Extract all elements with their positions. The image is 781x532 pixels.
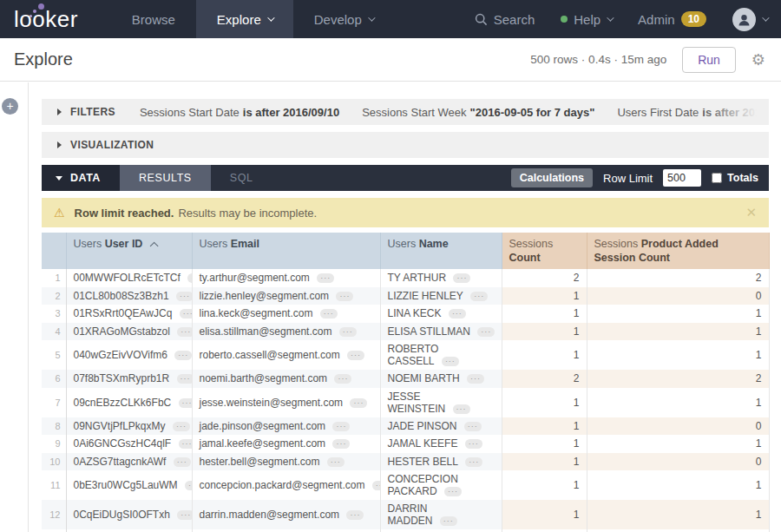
cell-email[interactable]: roberto.cassell@segment.com ··· [192,340,380,370]
filter-item[interactable]: Sessions Start Week"2016-09-05 for 7 day… [362,106,594,119]
cell-menu-icon[interactable]: ··· [332,439,350,449]
cell-menu-icon[interactable]: ··· [179,439,192,449]
cell-menu-icon[interactable]: ··· [332,422,350,431]
cell-product-added-session-count[interactable]: 0 [587,287,769,305]
cell-name[interactable]: DARRIN MADDEN ··· [380,500,502,529]
cell-menu-icon[interactable]: ··· [453,273,470,283]
cell-sessions-count[interactable]: 1 [502,470,587,500]
cell-user-id[interactable]: 01XRAGoMGstabzol ··· [66,323,192,341]
cell-sessions-count[interactable]: 2 [502,370,587,388]
cell-menu-icon[interactable]: ··· [442,357,459,366]
cell-menu-icon[interactable]: ··· [174,457,191,467]
run-button[interactable]: Run [682,47,736,73]
cell-menu-icon[interactable]: ··· [339,327,357,337]
cell-email[interactable]: jesse.weinstein@segment.com ··· [192,388,380,417]
cell-user-id[interactable]: 00MWWFOLRcETcTCf ··· [66,269,192,287]
cell-menu-icon[interactable]: ··· [453,404,470,414]
cell-name[interactable]: JESSE WEINSTEIN ··· [380,388,502,417]
totals-checkbox[interactable] [712,173,722,183]
cell-menu-icon[interactable]: ··· [180,309,192,319]
cell-menu-icon[interactable]: ··· [477,327,495,337]
cell-user-id[interactable]: 09cnEBzzCLKk6FbC ··· [66,388,192,417]
column-header-sessions-count[interactable]: Sessions Count [502,233,587,269]
cell-user-id[interactable]: 0Ai6GNCGszHC4qlF ··· [66,435,192,453]
cell-email[interactable]: lina.keck@segment.com ··· [192,305,380,323]
cell-user-id[interactable]: 0bE3ru0WCg5LauWM ··· [66,470,192,500]
cell-product-added-session-count[interactable]: 2 [587,269,769,287]
cell-sessions-count[interactable]: 1 [502,388,587,417]
cell-product-added-session-count[interactable]: 1 [587,388,769,417]
cell-menu-icon[interactable]: ··· [449,309,466,319]
filters-bar[interactable]: FILTERS Sessions Start Dateis after 2016… [42,99,769,125]
tab-results[interactable]: RESULTS [120,165,211,191]
cell-menu-icon[interactable]: ··· [346,510,364,520]
cell-menu-icon[interactable]: ··· [467,374,484,384]
cell-product-added-session-count[interactable]: 0 [587,453,769,471]
cell-menu-icon[interactable]: ··· [177,327,192,337]
cell-sessions-count[interactable]: 1 [502,435,587,453]
cell-menu-icon[interactable]: ··· [347,351,364,360]
nav-admin[interactable]: Admin 10 [638,11,706,27]
cell-menu-icon[interactable]: ··· [464,422,482,431]
cell-user-id[interactable]: 0AZSG7ttagcnkAWf ··· [66,453,192,471]
cell-menu-icon[interactable]: ··· [177,510,192,520]
nav-help[interactable]: Help [561,12,612,27]
looker-logo-icon[interactable]: looker [0,0,111,38]
cell-email[interactable]: ty.arthur@segment.com ··· [192,269,380,287]
cell-name[interactable]: LIZZIE HENLEY ··· [380,287,502,305]
cell-user-id[interactable]: 0CqEiDUgSI0OFTxh ··· [66,500,192,529]
close-icon[interactable]: ✕ [745,205,769,220]
cell-user-id[interactable]: 09NGVtjPfLPkqxMy ··· [66,417,192,436]
calculations-button[interactable]: Calculations [511,168,593,187]
cell-menu-icon[interactable]: ··· [176,292,192,301]
cell-menu-icon[interactable]: ··· [465,457,482,467]
nav-item-explore[interactable]: Explore [196,0,293,38]
column-header-email[interactable]: Users Email [192,233,380,269]
cell-menu-icon[interactable]: ··· [372,481,380,490]
cell-email[interactable]: noemi.barth@segment.com ··· [192,370,380,388]
cell-sessions-count[interactable]: 1 [502,305,587,323]
cell-product-added-session-count[interactable]: 0 [587,417,769,436]
cell-name[interactable]: JADE PINSON ··· [380,417,502,436]
cell-menu-icon[interactable]: ··· [327,457,345,467]
tab-sql[interactable]: SQL [211,165,272,191]
cell-sessions-count[interactable]: 1 [502,417,587,436]
cell-user-id[interactable]: 01CL80b08Sz3Bzh1 ··· [66,287,192,305]
cell-name[interactable]: CONCEPCION PACKARD ··· [380,470,502,500]
cell-product-added-session-count[interactable]: 1 [587,435,769,453]
cell-email[interactable]: concepcion.packard@segment.com ··· [192,470,380,500]
cell-product-added-session-count[interactable]: 1 [587,470,769,500]
cell-menu-icon[interactable]: ··· [444,487,462,496]
cell-user-id[interactable]: 07f8bTSXmRyprb1R ··· [66,370,192,388]
cell-name[interactable]: NOEMI BARTH ··· [380,370,502,388]
cell-menu-icon[interactable]: ··· [317,273,334,283]
row-limit-input[interactable] [663,169,701,187]
cell-sessions-count[interactable]: 1 [502,323,587,341]
nav-search[interactable]: Search [475,12,535,27]
cell-product-added-session-count[interactable]: 1 [587,323,769,341]
nav-item-develop[interactable]: Develop [293,0,394,38]
filter-item[interactable]: Sessions Start Dateis after 2016/09/10 [140,106,339,119]
cell-product-added-session-count[interactable]: 1 [587,500,769,529]
cell-name[interactable]: ELISA STILLMAN ··· [380,323,502,341]
cell-menu-icon[interactable]: ··· [334,374,351,384]
cell-product-added-session-count[interactable]: 1 [587,305,769,323]
cell-email[interactable]: hester.bell@segment.com ··· [192,453,380,471]
cell-menu-icon[interactable]: ··· [174,351,192,360]
cell-menu-icon[interactable]: ··· [350,398,367,408]
cell-menu-icon[interactable]: ··· [177,374,192,384]
cell-sessions-count[interactable]: 1 [502,500,587,529]
cell-product-added-session-count[interactable]: 1 [587,340,769,370]
data-section-toggle[interactable]: DATA [42,165,120,191]
cell-product-added-session-count[interactable]: 2 [587,370,769,388]
cell-user-id[interactable]: 040wGzEivVOVifm6 ··· [66,340,192,370]
cell-menu-icon[interactable]: ··· [173,422,190,431]
nav-item-browse[interactable]: Browse [111,0,196,38]
cell-menu-icon[interactable]: ··· [336,292,353,301]
cell-menu-icon[interactable]: ··· [465,439,482,449]
cell-sessions-count[interactable]: 1 [502,340,587,370]
cell-menu-icon[interactable]: ··· [440,516,457,526]
cell-menu-icon[interactable]: ··· [187,273,192,283]
gear-icon[interactable]: ⚙ [751,50,765,69]
cell-user-id[interactable]: 01RSxRrt0QEAwJCq ··· [66,305,192,323]
